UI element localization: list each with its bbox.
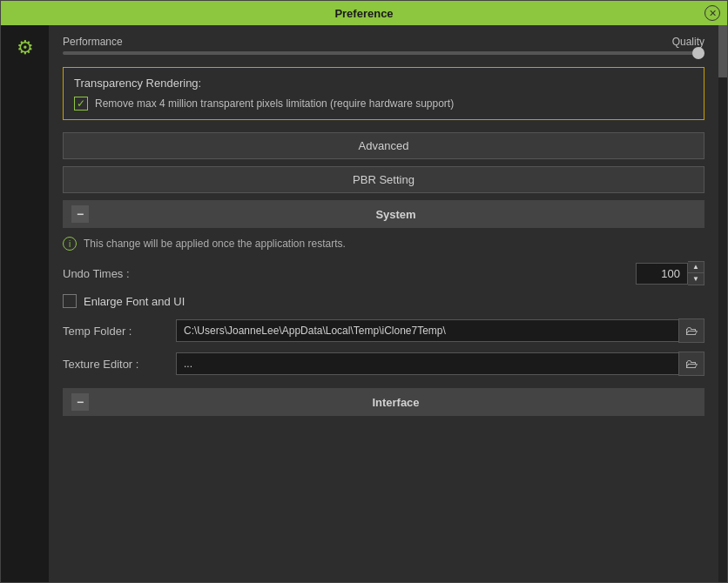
window-title: Preference (334, 7, 393, 20)
main-content: Performance Quality Transparency Renderi… (49, 25, 718, 582)
interface-section-header: − Interface (63, 388, 704, 416)
advanced-button[interactable]: Advanced (63, 132, 704, 159)
settings-tab[interactable]: ⚙ (10, 32, 41, 64)
temp-folder-input[interactable] (176, 319, 678, 342)
system-section-header: − System (63, 200, 704, 228)
texture-editor-row: Texture Editor : 🗁 (63, 352, 704, 376)
system-collapse-button[interactable]: − (71, 205, 89, 223)
quality-slider-section: Performance Quality (63, 36, 704, 55)
scrollbar[interactable] (718, 25, 727, 582)
slider-left-label: Performance (63, 36, 123, 48)
enlarge-font-row: Enlarge Font and UI (63, 294, 704, 308)
undo-spinner: ▲ ▼ (688, 261, 704, 285)
transparency-label: Transparency Rendering: (74, 77, 693, 90)
folder-icon-2: 🗁 (685, 357, 698, 371)
left-sidebar: ⚙ (1, 25, 49, 582)
texture-editor-label: Texture Editor : (63, 358, 176, 371)
quality-slider[interactable] (63, 51, 704, 55)
enlarge-font-label: Enlarge Font and UI (84, 295, 185, 308)
pbr-setting-button[interactable]: PBR Setting (63, 166, 704, 193)
undo-times-row: Undo Times : ▲ ▼ (63, 261, 704, 285)
system-section-title: System (96, 208, 696, 221)
interface-section-title: Interface (96, 396, 696, 409)
restart-info-row: i This change will be applied once the a… (63, 237, 704, 251)
enlarge-font-checkbox[interactable] (63, 294, 77, 308)
content-area: ⚙ Performance Quality Transparency Rende… (1, 25, 727, 582)
info-icon: i (63, 237, 77, 251)
gear-icon: ⚙ (17, 37, 34, 59)
undo-increment-button[interactable]: ▲ (688, 262, 704, 273)
close-button[interactable]: ✕ (704, 5, 720, 21)
interface-collapse-button[interactable]: − (71, 393, 89, 411)
undo-times-label: Undo Times : (63, 267, 176, 280)
temp-folder-label: Temp Folder : (63, 325, 176, 338)
scrollbar-thumb[interactable] (718, 25, 727, 77)
texture-editor-browse-button[interactable]: 🗁 (678, 352, 704, 376)
interface-minus-icon: − (77, 395, 84, 409)
title-bar: Preference ✕ (1, 1, 727, 25)
temp-folder-field: 🗁 (176, 318, 704, 343)
temp-folder-browse-button[interactable]: 🗁 (678, 318, 704, 343)
texture-editor-input[interactable] (176, 352, 678, 375)
preference-window: Preference ✕ ⚙ Performance Quality (0, 0, 728, 583)
minus-icon: − (77, 207, 84, 221)
slider-labels: Performance Quality (63, 36, 704, 48)
undo-times-input[interactable] (636, 263, 688, 285)
folder-icon: 🗁 (685, 324, 698, 338)
slider-right-label: Quality (672, 36, 704, 48)
close-icon: ✕ (709, 8, 717, 19)
transparency-checkbox-label: Remove max 4 million transparent pixels … (95, 97, 454, 110)
temp-folder-row: Temp Folder : 🗁 (63, 318, 704, 343)
transparency-rendering-box: Transparency Rendering: Remove max 4 mil… (63, 67, 704, 120)
texture-editor-field: 🗁 (176, 352, 704, 376)
restart-info-text: This change will be applied once the app… (84, 238, 346, 250)
transparency-checkbox[interactable] (74, 97, 88, 111)
slider-thumb[interactable] (692, 47, 704, 59)
transparency-checkbox-row: Remove max 4 million transparent pixels … (74, 97, 693, 111)
undo-decrement-button[interactable]: ▼ (688, 273, 704, 285)
